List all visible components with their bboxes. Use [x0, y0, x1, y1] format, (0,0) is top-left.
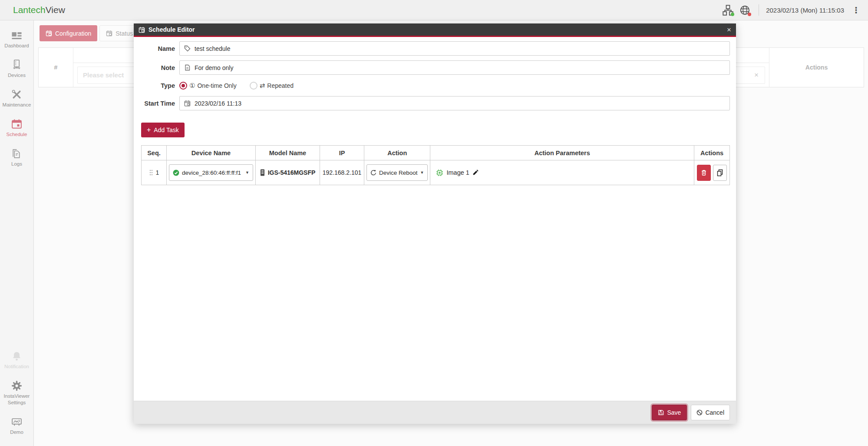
note-document-icon: [184, 64, 191, 71]
topbar-divider: [759, 4, 759, 16]
reboot-icon: [370, 170, 376, 176]
name-input[interactable]: [195, 45, 725, 52]
tab-label: Status: [116, 30, 133, 37]
sidebar-label: InstaViewer Settings: [4, 393, 30, 405]
radio-unselected[interactable]: [250, 82, 257, 90]
save-floppy-icon: [658, 409, 664, 416]
drag-handle-icon[interactable]: [149, 169, 153, 176]
repeated-label: Repeated: [267, 82, 294, 89]
sidebar: Dashboard Devices Maintenance Schedule: [0, 20, 34, 446]
column-header-actions: Actions: [694, 146, 730, 160]
circled-one-icon: ①: [189, 82, 195, 90]
calendar-icon: [106, 30, 112, 37]
sidebar-label: Notification: [4, 364, 29, 369]
note-input-wrap: [179, 60, 730, 75]
radio-option-repeated[interactable]: ⇄ Repeated: [250, 82, 294, 90]
demo-board-icon: [11, 416, 23, 428]
globe-status-icon[interactable]: [739, 4, 751, 16]
column-header-seq: Seq.: [142, 146, 167, 160]
brand-secondary: View: [46, 5, 65, 15]
start-time-input[interactable]: [195, 100, 725, 107]
task-table: Seq. Device Name Model Name IP Action Ac…: [141, 145, 730, 185]
radio-option-onetime[interactable]: ① One-time Only: [179, 82, 237, 90]
sidebar-label: Logs: [11, 161, 22, 166]
sidebar-label: Schedule: [7, 132, 27, 137]
save-button[interactable]: Save: [652, 405, 687, 420]
note-input[interactable]: [195, 64, 725, 71]
sidebar-item-notification: Notification: [0, 347, 33, 373]
clear-filter-icon[interactable]: ×: [754, 71, 759, 80]
top-bar: LantechView 2023/02/13 (Mon) 11:15:03 ⋮: [0, 0, 868, 20]
model-name-value: IGS-5416MGSFP: [268, 169, 316, 176]
device-select[interactable]: device_28:60:46:ff:ff:f1 ▼: [169, 164, 253, 181]
add-task-button[interactable]: + Add Task: [141, 123, 185, 137]
cancel-slash-icon: [696, 409, 703, 416]
devices-icon: [11, 59, 23, 71]
name-form-row: Name: [141, 41, 730, 56]
sidebar-item-maintenance[interactable]: Maintenance: [0, 86, 33, 111]
sidebar-item-devices[interactable]: Devices: [0, 56, 33, 82]
chevron-down-icon: ▼: [245, 170, 249, 175]
delete-task-button[interactable]: [697, 165, 711, 181]
type-form-row: Type ① One-time Only ⇄ Repeated: [141, 82, 730, 90]
save-label: Save: [667, 409, 681, 416]
sidebar-item-instaviewer-settings[interactable]: InstaViewer Settings: [0, 377, 33, 409]
note-form-row: Note: [141, 60, 730, 75]
modal-footer: Save Cancel: [134, 401, 736, 424]
close-icon[interactable]: ×: [727, 26, 731, 33]
task-row: 1 device_28:60:46:ff:ff:f1 ▼: [142, 160, 730, 185]
column-header-ip: IP: [320, 146, 364, 160]
sidebar-item-demo[interactable]: Demo: [0, 413, 33, 439]
tab-configuration[interactable]: Configuration: [40, 25, 97, 41]
sidebar-label: Demo: [10, 429, 23, 435]
cancel-button[interactable]: Cancel: [691, 405, 730, 420]
calendar-clock-icon: [184, 100, 191, 107]
sidebar-label: Maintenance: [3, 102, 31, 107]
type-radio-group: ① One-time Only ⇄ Repeated: [179, 82, 294, 90]
device-select-value: device_28:60:46:ff:ff:f1: [182, 170, 241, 176]
radio-selected[interactable]: [179, 82, 187, 90]
sidebar-item-logs[interactable]: Logs: [0, 145, 33, 170]
index-column-header: #: [39, 48, 73, 87]
device-name-cell: device_28:60:46:ff:ff:f1 ▼: [167, 160, 256, 185]
modal-body: Name Note Type: [134, 37, 736, 401]
sidebar-bottom-group: Notification InstaViewer Settings: [0, 347, 33, 443]
ip-cell: 192.168.2.101: [320, 160, 364, 185]
start-time-label: Start Time: [141, 100, 175, 107]
kebab-menu-icon[interactable]: ⋮: [852, 5, 860, 15]
schedule-editor-modal: Schedule Editor × Name Note: [134, 23, 736, 424]
topology-status-icon[interactable]: [722, 4, 734, 16]
cancel-label: Cancel: [705, 409, 724, 416]
row-actions-cell: [694, 160, 730, 185]
app-logo: LantechView: [13, 5, 65, 15]
edit-pencil-icon[interactable]: [472, 170, 479, 176]
copy-task-button[interactable]: [713, 165, 727, 181]
trash-icon: [700, 169, 707, 176]
logs-icon: [11, 148, 23, 160]
column-header-action: Action: [364, 146, 430, 160]
actions-column-header: Actions: [769, 48, 864, 87]
plus-icon: +: [147, 126, 151, 134]
sidebar-item-dashboard[interactable]: Dashboard: [0, 27, 33, 52]
sidebar-label: Dashboard: [4, 43, 29, 48]
chip-icon: [436, 169, 443, 176]
globe-status-dot: [748, 13, 751, 16]
tag-icon: [184, 45, 191, 52]
action-select[interactable]: Device Reboot ▼: [366, 164, 428, 181]
add-task-label: Add Task: [154, 126, 178, 133]
tab-label: Configuration: [55, 30, 91, 37]
repeat-arrows-icon: ⇄: [260, 82, 265, 90]
name-input-wrap: [179, 41, 730, 56]
copy-icon: [716, 169, 723, 176]
model-name-cell: IGS-5416MGSFP: [256, 160, 320, 185]
modal-header: Schedule Editor ×: [134, 23, 736, 37]
sidebar-item-schedule[interactable]: Schedule: [0, 115, 33, 141]
start-time-form-row: Start Time: [141, 96, 730, 110]
column-header-device-name: Device Name: [167, 146, 256, 160]
action-cell: Device Reboot ▼: [364, 160, 430, 185]
task-table-header-row: Seq. Device Name Model Name IP Action Ac…: [142, 146, 730, 160]
column-header-model-name: Model Name: [256, 146, 320, 160]
start-time-input-wrap: [179, 96, 730, 110]
name-label: Name: [141, 45, 175, 52]
sidebar-label: Devices: [8, 73, 26, 78]
